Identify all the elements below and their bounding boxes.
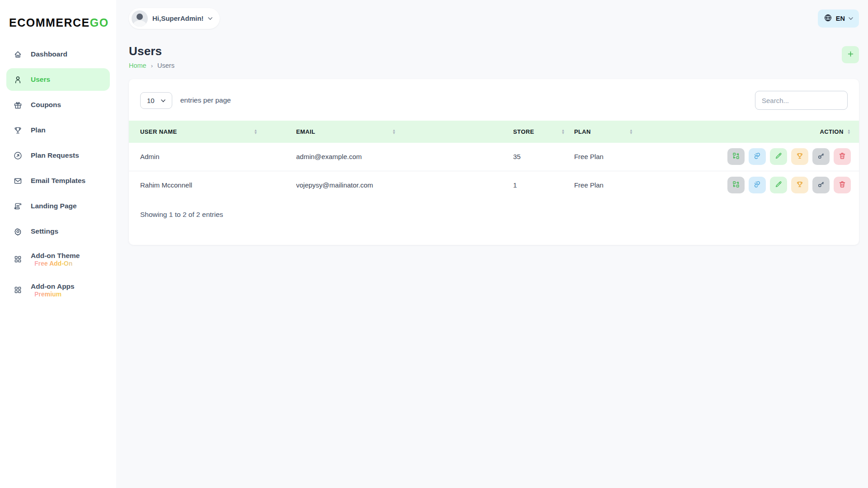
reset-password-button[interactable] xyxy=(812,148,830,165)
column-header-user-name[interactable]: User Name▲▼ xyxy=(129,121,292,143)
row-actions xyxy=(727,148,851,165)
sidebar-item-coupons[interactable]: Coupons xyxy=(6,94,110,116)
sort-icon: ▲▼ xyxy=(629,129,633,135)
delete-button[interactable] xyxy=(834,177,851,193)
cell-store: 35 xyxy=(509,143,570,171)
cell-plan: Free Plan xyxy=(570,171,666,199)
user-icon xyxy=(13,75,23,84)
language-selector[interactable]: EN xyxy=(818,9,859,28)
link-icon xyxy=(753,180,761,190)
sidebar-item-users[interactable]: Users xyxy=(6,68,110,91)
column-header-store[interactable]: Store▲▼ xyxy=(509,121,570,143)
delete-button[interactable] xyxy=(834,148,851,165)
entries-per-page-value: 10 xyxy=(147,97,155,104)
search-input[interactable] xyxy=(755,91,848,110)
brand-name: ECOMMERCE xyxy=(9,16,90,29)
table-header-row: User Name▲▼ Email▲▼ Store▲▼ Plan▲▼ Actio… xyxy=(129,121,859,143)
page-title: Users xyxy=(129,44,175,58)
grid-icon xyxy=(13,285,23,295)
key-icon xyxy=(817,180,825,190)
trophy-icon xyxy=(796,152,804,161)
edit-button[interactable] xyxy=(770,148,787,165)
avatar xyxy=(132,10,148,27)
sort-icon: ▲▼ xyxy=(392,129,396,135)
mail-icon xyxy=(13,176,23,186)
column-header-email[interactable]: Email▲▼ xyxy=(292,121,509,143)
cell-plan: Free Plan xyxy=(570,143,666,171)
sidebar-item-label: Email Templates xyxy=(31,177,85,185)
table-row: Rahim Mcconnell vojepysy@mailinator.com … xyxy=(129,171,859,199)
column-header-action[interactable]: Action▲▼ xyxy=(666,121,859,143)
gear-icon xyxy=(13,226,23,236)
sidebar-item-email-templates[interactable]: Email Templates xyxy=(6,169,110,192)
addon-badge-premium: Premium xyxy=(31,291,75,299)
sort-icon: ▲▼ xyxy=(561,129,565,135)
reset-password-button[interactable] xyxy=(812,177,830,193)
cell-user-name: Admin xyxy=(129,143,292,171)
upgrade-plan-button[interactable] xyxy=(791,148,808,165)
link-icon xyxy=(753,152,761,161)
entries-per-page-label: entries per page xyxy=(180,96,231,104)
sidebar: ECOMMERCEGO Dashboard Users Coupons Plan… xyxy=(0,0,116,488)
sort-icon: ▲▼ xyxy=(847,129,851,135)
user-greeting: Hi,SuperAdmin! xyxy=(152,14,203,22)
page-header: Users Home › Users xyxy=(129,44,859,69)
sidebar-item-dashboard[interactable]: Dashboard xyxy=(6,43,110,66)
entries-per-page-select[interactable]: 10 xyxy=(140,92,172,109)
sidebar-item-plan-requests[interactable]: Plan Requests xyxy=(6,144,110,167)
trash-icon xyxy=(838,152,846,161)
sidebar-item-addon-apps[interactable]: Add-on Apps Premium xyxy=(6,276,110,304)
sidebar-item-label: Settings xyxy=(31,227,58,235)
cell-email: admin@example.com xyxy=(292,143,509,171)
topbar: Hi,SuperAdmin! EN xyxy=(129,0,859,32)
add-user-button[interactable] xyxy=(842,46,859,63)
upgrade-plan-button[interactable] xyxy=(791,177,808,193)
sidebar-item-label: Plan Requests xyxy=(31,151,79,160)
table-entries-summary: Showing 1 to 2 of 2 entries xyxy=(129,199,859,219)
key-icon xyxy=(817,152,825,161)
row-actions xyxy=(727,177,851,193)
chevron-down-icon xyxy=(161,98,165,102)
copy-link-button[interactable] xyxy=(749,177,766,193)
addon-badge-free: Free Add-On xyxy=(31,260,80,268)
brand-logo: ECOMMERCEGO xyxy=(6,13,110,43)
login-as-user-button[interactable] xyxy=(727,148,745,165)
home-icon xyxy=(13,49,23,59)
sidebar-item-label: Dashboard xyxy=(31,50,67,58)
globe-icon xyxy=(824,14,832,23)
sidebar-item-label: Landing Page xyxy=(31,202,77,210)
breadcrumb-home-link[interactable]: Home xyxy=(129,62,146,69)
users-table-card: 10 entries per page User Name▲▼ Email▲▼ … xyxy=(129,79,859,245)
sort-icon: ▲▼ xyxy=(254,129,258,135)
grid-icon xyxy=(13,254,23,264)
chevron-down-icon xyxy=(849,15,853,20)
language-code: EN xyxy=(836,15,845,22)
table-row: Admin admin@example.com 35 Free Plan xyxy=(129,143,859,171)
login-as-user-button[interactable] xyxy=(727,177,745,193)
pencil-icon xyxy=(774,180,783,190)
sidebar-item-addon-theme[interactable]: Add-on Theme Free Add-On xyxy=(6,245,110,273)
user-menu[interactable]: Hi,SuperAdmin! xyxy=(129,8,220,29)
sidebar-item-label: Add-on Apps xyxy=(31,282,75,291)
sidebar-item-label: Add-on Theme xyxy=(31,251,80,260)
sidebar-item-label: Users xyxy=(31,75,50,84)
arrow-up-right-circle-icon xyxy=(13,150,23,160)
switch-icon xyxy=(732,180,740,190)
trash-icon xyxy=(838,180,846,190)
sidebar-item-settings[interactable]: Settings xyxy=(6,220,110,243)
main-content: Hi,SuperAdmin! EN Users Home › Users xyxy=(116,0,868,488)
sidebar-item-plan[interactable]: Plan xyxy=(6,119,110,141)
trophy-icon xyxy=(13,125,23,135)
scroll-icon xyxy=(13,201,23,211)
column-header-plan[interactable]: Plan▲▼ xyxy=(570,121,666,143)
sidebar-item-landing-page[interactable]: Landing Page xyxy=(6,195,110,217)
brand-name-suffix: GO xyxy=(90,16,109,29)
edit-button[interactable] xyxy=(770,177,787,193)
cell-email: vojepysy@mailinator.com xyxy=(292,171,509,199)
copy-link-button[interactable] xyxy=(749,148,766,165)
cell-user-name: Rahim Mcconnell xyxy=(129,171,292,199)
chevron-down-icon xyxy=(208,15,212,20)
sidebar-item-label: Coupons xyxy=(31,101,61,109)
sidebar-item-label: Plan xyxy=(31,126,46,134)
breadcrumb-separator-icon: › xyxy=(151,62,153,69)
